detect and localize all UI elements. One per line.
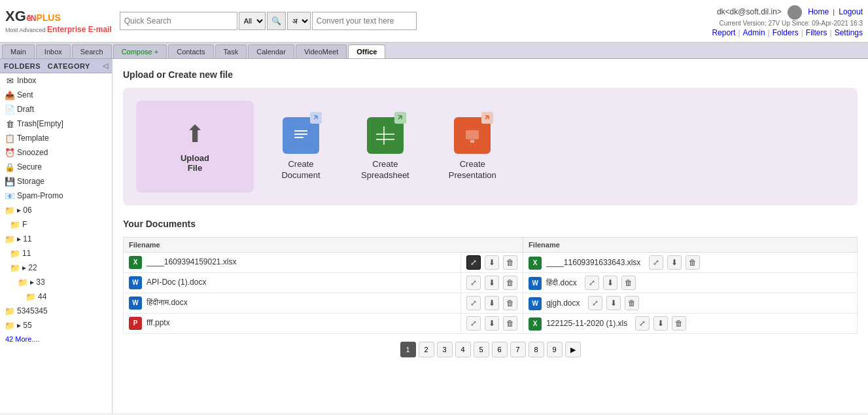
- sidebar-item-secure[interactable]: 🔒 Secure: [0, 160, 112, 174]
- delete-button[interactable]: 🗑: [503, 316, 517, 331]
- tab-task[interactable]: Task: [215, 45, 247, 58]
- tab-inbox[interactable]: Inbox: [36, 45, 71, 58]
- page-1-button[interactable]: 1: [400, 342, 416, 357]
- sidebar-item-11[interactable]: 📁 ▸ 11: [0, 232, 112, 246]
- upload-icon: ⬆: [185, 120, 205, 148]
- sidebar-item-22[interactable]: 📁 ▸ 22: [0, 261, 112, 275]
- logo-area: XGẽNPLUS Most Advanced Enterprise E-mail: [5, 8, 112, 34]
- text-convert-input[interactable]: [312, 12, 417, 30]
- delete-button-r[interactable]: 🗑: [625, 296, 639, 310]
- delete-button-r[interactable]: 🗑: [686, 255, 700, 270]
- tab-contacts[interactable]: Contacts: [168, 45, 213, 58]
- sidebar-item-storage[interactable]: 💾 Storage: [0, 174, 112, 189]
- sidebar: FOLDERS CATEGORY ◁ ✉ Inbox 📤 Sent 📄 Draf…: [0, 59, 113, 413]
- sidebar-item-33[interactable]: 📁 ▸ 33: [0, 275, 112, 289]
- download-button-r[interactable]: ⬇: [603, 276, 617, 290]
- delete-button[interactable]: 🗑: [503, 255, 517, 270]
- share-button[interactable]: ⤢: [466, 296, 481, 310]
- sidebar-label-snoozed: Snoozed: [17, 148, 48, 157]
- svg-rect-2: [294, 134, 307, 135]
- share-button-r[interactable]: ⤢: [635, 316, 650, 331]
- search-input[interactable]: [120, 12, 237, 30]
- table-row: X ____1609394159021.xlsx ⤢ ⬇ 🗑 X: [124, 253, 858, 273]
- sidebar-item-f[interactable]: 📁 F: [0, 217, 112, 232]
- svg-rect-9: [466, 130, 479, 139]
- delete-button-r[interactable]: 🗑: [672, 316, 686, 331]
- page-6-button[interactable]: 6: [492, 342, 508, 357]
- svg-rect-1: [294, 130, 307, 132]
- logout-link[interactable]: Logout: [839, 7, 863, 16]
- tab-office[interactable]: Office: [348, 45, 385, 58]
- tab-compose[interactable]: Compose +: [113, 45, 167, 58]
- page-7-button[interactable]: 7: [510, 342, 526, 357]
- next-page-button[interactable]: ▶: [565, 342, 581, 357]
- sidebar-item-spam[interactable]: 📧 Spam-Promo: [0, 189, 112, 203]
- download-button[interactable]: ⬇: [485, 276, 499, 290]
- sidebar-item-draft[interactable]: 📄 Draft: [0, 102, 112, 117]
- sidebar-label-draft: Draft: [17, 105, 34, 114]
- download-button-r[interactable]: ⬇: [606, 296, 621, 310]
- page-4-button[interactable]: 4: [455, 342, 471, 357]
- settings-link[interactable]: Settings: [835, 28, 863, 37]
- sidebar-item-11b[interactable]: 📁 11: [0, 246, 112, 261]
- sidebar-item-trash[interactable]: 🗑 Trash[Empty]: [0, 117, 112, 131]
- sidebar-item-snoozed[interactable]: ⏰ Snoozed: [0, 145, 112, 160]
- tab-calendar[interactable]: Calendar: [248, 45, 294, 58]
- share-button-r[interactable]: ⤢: [649, 255, 663, 270]
- upload-file-button[interactable]: ⬆ UploadFile: [136, 101, 254, 192]
- create-document-button[interactable]: CreateDocument: [280, 112, 322, 181]
- page-8-button[interactable]: 8: [529, 342, 544, 357]
- more-folders-link[interactable]: 42 More....: [0, 333, 112, 346]
- file-badge-docx: W: [129, 276, 142, 289]
- sidebar-item-06[interactable]: 📁 ▸ 06: [0, 203, 112, 217]
- filename-header-right: Filename: [523, 238, 858, 253]
- tab-videomeet[interactable]: VideoMeet: [296, 45, 347, 58]
- share-button[interactable]: ⤢: [466, 255, 481, 270]
- search-button[interactable]: 🔍: [267, 12, 286, 30]
- sidebar-toggle[interactable]: ◁: [103, 62, 108, 70]
- create-area: ⬆ UploadFile CreateDocument: [123, 88, 858, 206]
- file-badge-xlsx: X: [129, 256, 142, 269]
- tab-search[interactable]: Search: [72, 45, 112, 58]
- svg-rect-0: [292, 126, 310, 145]
- delete-button[interactable]: 🗑: [503, 276, 517, 290]
- home-link[interactable]: Home: [808, 7, 829, 16]
- folders-link[interactable]: Folders: [773, 28, 799, 37]
- sidebar-label-template: Template: [17, 134, 49, 143]
- download-button-r[interactable]: ⬇: [653, 316, 668, 331]
- share-button[interactable]: ⤢: [466, 276, 481, 290]
- page-3-button[interactable]: 3: [437, 342, 453, 357]
- delete-button[interactable]: 🗑: [503, 296, 517, 310]
- search-select[interactable]: All: [239, 12, 266, 30]
- tab-main[interactable]: Main: [2, 45, 35, 58]
- file-badge-xls: X: [529, 317, 542, 331]
- content-area: Upload or Create new file ⬆ UploadFile: [113, 59, 868, 413]
- download-button[interactable]: ⬇: [485, 255, 499, 270]
- share-button[interactable]: ⤢: [466, 316, 481, 331]
- download-button-r[interactable]: ⬇: [667, 255, 682, 270]
- share-button-r[interactable]: ⤢: [585, 276, 599, 290]
- sidebar-item-44[interactable]: 📁 44: [0, 289, 112, 304]
- sidebar-label-11b: 11: [22, 249, 31, 258]
- page-9-button[interactable]: 9: [547, 342, 563, 357]
- create-presentation-button[interactable]: CreatePresentation: [449, 112, 496, 181]
- report-link[interactable]: Report: [712, 28, 735, 37]
- documents-section: Your Documents Filename Filename X ____1…: [123, 219, 858, 357]
- sidebar-item-55[interactable]: 📁 ▸ 55: [0, 318, 112, 333]
- sidebar-item-inbox[interactable]: ✉ Inbox: [0, 73, 112, 88]
- filters-link[interactable]: Filters: [806, 28, 827, 37]
- top-right-area: dk<dk@soft.dil.in> Home | Logout Current…: [712, 5, 863, 37]
- download-button[interactable]: ⬇: [485, 316, 499, 331]
- delete-button-r[interactable]: 🗑: [621, 276, 636, 290]
- page-5-button[interactable]: 5: [474, 342, 489, 357]
- admin-link[interactable]: Admin: [743, 28, 765, 37]
- sidebar-item-template[interactable]: 📋 Template: [0, 131, 112, 145]
- download-button[interactable]: ⬇: [485, 296, 499, 310]
- create-presentation-label: CreatePresentation: [449, 159, 496, 181]
- page-2-button[interactable]: 2: [419, 342, 434, 357]
- sidebar-item-sent[interactable]: 📤 Sent: [0, 88, 112, 102]
- create-spreadsheet-button[interactable]: CreateSpreadsheet: [361, 112, 409, 181]
- share-button-r[interactable]: ⤢: [588, 296, 602, 310]
- lang-select[interactable]: अ: [287, 12, 311, 30]
- sidebar-item-5345345[interactable]: 📁 5345345: [0, 304, 112, 318]
